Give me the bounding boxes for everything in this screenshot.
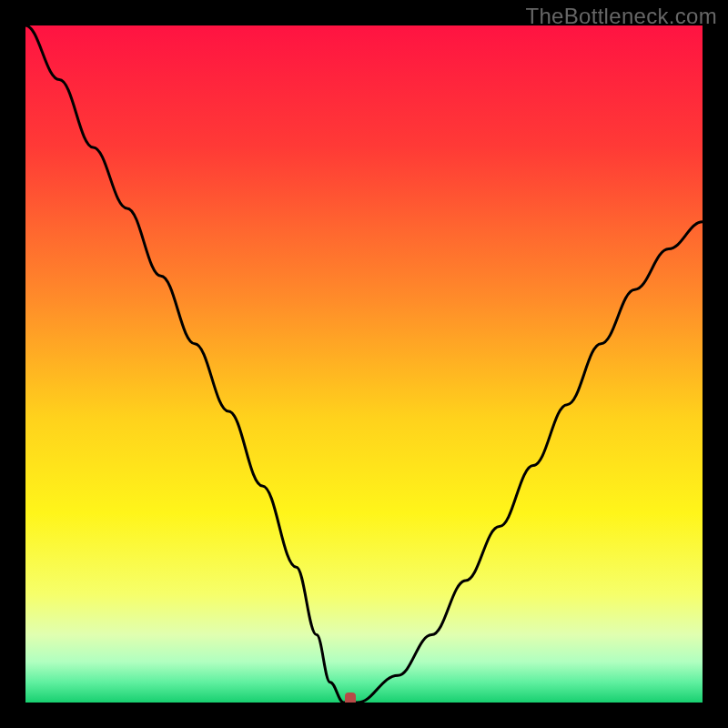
chart-frame: TheBottleneck.com [0,0,728,728]
bottleneck-curve [25,25,703,703]
optimal-point-marker [345,693,356,703]
plot-area [25,25,703,703]
watermark-text: TheBottleneck.com [525,4,717,29]
